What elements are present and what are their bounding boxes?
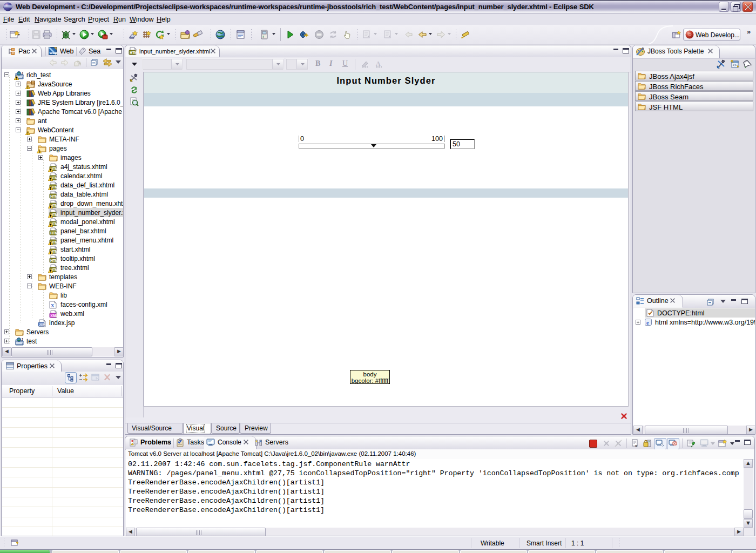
svg-text:x: x <box>635 443 638 448</box>
svg-text:HTM: HTM <box>50 194 58 198</box>
svg-text:A: A <box>376 60 381 68</box>
svg-text:XML: XML <box>51 314 58 318</box>
svg-text:HTM: HTM <box>50 231 58 235</box>
svg-text:HTM: HTM <box>130 51 137 55</box>
svg-text:J: J <box>21 71 23 76</box>
svg-text:WEB: WEB <box>50 51 58 55</box>
svg-text:X: X <box>51 303 55 308</box>
svg-text:e: e <box>646 320 649 326</box>
svg-text:<>: <> <box>733 64 737 68</box>
svg-text:HTM: HTM <box>50 259 58 262</box>
svg-text:JSP: JSP <box>39 323 45 326</box>
svg-text:J: J <box>21 338 23 342</box>
